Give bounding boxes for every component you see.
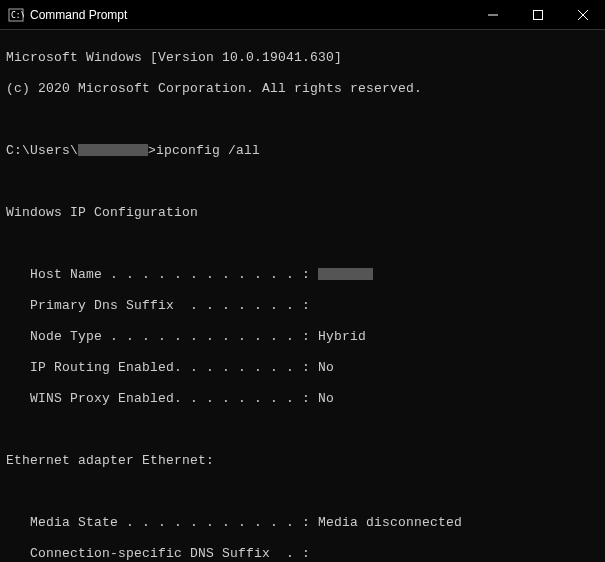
redacted-username	[78, 144, 148, 156]
eth-dns-suffix-row: Connection-specific DNS Suffix . :	[6, 546, 599, 562]
minimize-button[interactable]	[470, 0, 515, 29]
primary-dns-row: Primary Dns Suffix . . . . . . . :	[6, 298, 599, 314]
window-titlebar: C:\ Command Prompt	[0, 0, 605, 30]
prompt-line: C:\Users\>ipconfig /all	[6, 143, 599, 159]
node-type-row: Node Type . . . . . . . . . . . . : Hybr…	[6, 329, 599, 345]
command-text: ipconfig /all	[156, 143, 260, 158]
eth-media-row: Media State . . . . . . . . . . . : Medi…	[6, 515, 599, 531]
svg-text:C:\: C:\	[11, 11, 24, 20]
window-title: Command Prompt	[30, 8, 470, 22]
prompt-prefix: C:\Users\	[6, 143, 78, 158]
ethernet-header: Ethernet adapter Ethernet:	[6, 453, 599, 469]
copyright-line: (c) 2020 Microsoft Corporation. All righ…	[6, 81, 599, 97]
maximize-button[interactable]	[515, 0, 560, 29]
wins-proxy-row: WINS Proxy Enabled. . . . . . . . : No	[6, 391, 599, 407]
version-line: Microsoft Windows [Version 10.0.19041.63…	[6, 50, 599, 66]
close-button[interactable]	[560, 0, 605, 29]
redacted-hostname	[318, 268, 373, 280]
ipconfig-title: Windows IP Configuration	[6, 205, 599, 221]
prompt-suffix: >	[148, 143, 156, 158]
svg-rect-3	[533, 10, 542, 19]
cmd-icon: C:\	[8, 7, 24, 23]
ip-routing-row: IP Routing Enabled. . . . . . . . : No	[6, 360, 599, 376]
window-controls	[470, 0, 605, 29]
hostname-row: Host Name . . . . . . . . . . . . :	[6, 267, 599, 283]
terminal-output[interactable]: Microsoft Windows [Version 10.0.19041.63…	[0, 30, 605, 562]
